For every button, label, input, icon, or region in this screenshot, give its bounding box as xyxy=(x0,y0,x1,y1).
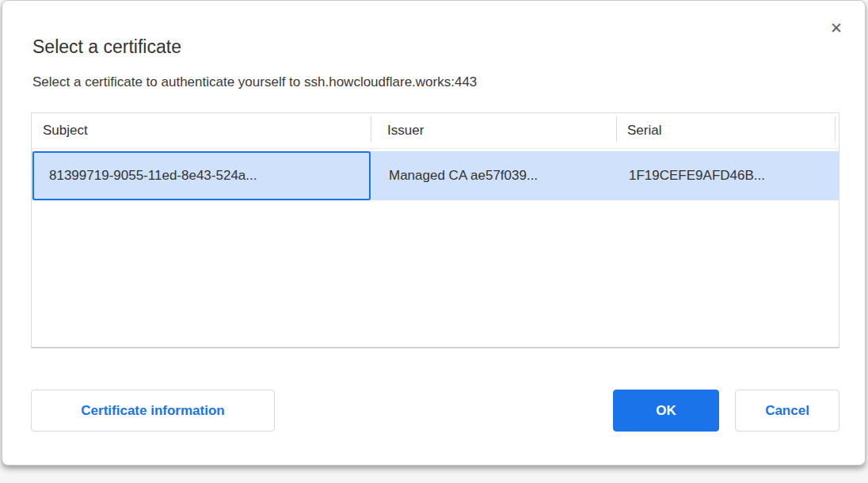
cell-serial[interactable]: 1F19CEFE9AFD46B... xyxy=(616,151,835,200)
close-icon[interactable]: ✕ xyxy=(825,17,847,39)
dialog-action-buttons: OK Cancel xyxy=(613,390,839,432)
certificate-information-button[interactable]: Certificate information xyxy=(31,390,275,432)
cell-subject[interactable]: 81399719-9055-11ed-8e43-524a... xyxy=(32,151,371,200)
table-header: Subject Issuer Serial xyxy=(32,113,839,149)
cancel-button[interactable]: Cancel xyxy=(735,390,839,432)
ok-button[interactable]: OK xyxy=(613,390,719,432)
cell-issuer[interactable]: Managed CA ae57f039... xyxy=(371,151,616,200)
select-certificate-dialog: ✕ Select a certificate Select a certific… xyxy=(2,0,866,466)
table-row[interactable]: 81399719-9055-11ed-8e43-524a... Managed … xyxy=(32,151,839,200)
column-header-subject: Subject xyxy=(32,113,371,148)
dialog-subtitle: Select a certificate to authenticate you… xyxy=(32,74,836,91)
cell-gutter xyxy=(835,151,839,200)
button-bar: Certificate information OK Cancel xyxy=(31,390,839,432)
column-header-gutter xyxy=(835,113,846,148)
dialog-title: Select a certificate xyxy=(32,36,836,58)
certificate-table: Subject Issuer Serial 81399719-9055-11ed… xyxy=(31,112,839,348)
column-header-issuer: Issuer xyxy=(371,113,616,148)
column-header-serial: Serial xyxy=(616,113,835,148)
